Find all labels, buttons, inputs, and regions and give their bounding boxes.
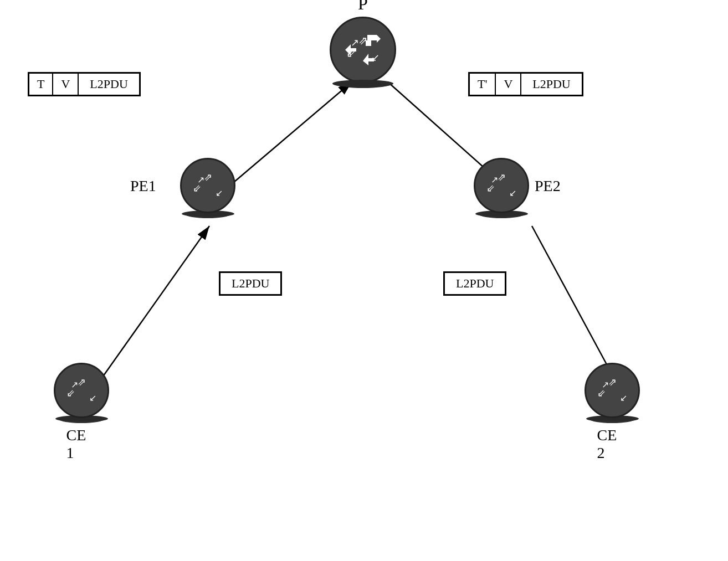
pdu-cell-L2PDU-mid-left: L2PDU <box>220 272 281 295</box>
pdu-cell-L2PDU-mid-right: L2PDU <box>444 272 505 295</box>
router-CE1-label: CE 1 <box>66 426 97 462</box>
svg-text:↙: ↙ <box>89 393 96 403</box>
pdu-box-mid-right: L2PDU <box>443 271 506 296</box>
svg-text:↗: ↗ <box>71 380 78 389</box>
pdu-cell-T: T <box>29 73 53 95</box>
svg-text:↗: ↗ <box>197 175 204 184</box>
router-P-label: P <box>358 0 368 14</box>
svg-text:↗: ↗ <box>602 380 609 389</box>
svg-text:⇗: ⇗ <box>204 172 212 183</box>
pdu-box-left: T V L2PDU <box>28 72 141 96</box>
pdu-cell-L2PDU: L2PDU <box>78 73 139 95</box>
svg-text:⇗: ⇗ <box>608 377 617 388</box>
pdu-cell-V: V <box>53 73 78 95</box>
router-CE1-body: ⇗ ⇙ ↙ ↗ <box>54 363 109 418</box>
svg-text:⇗: ⇗ <box>78 377 86 388</box>
svg-text:↙: ↙ <box>216 188 223 198</box>
svg-text:↗: ↗ <box>351 37 359 48</box>
diagram-container: T V L2PDU T' V L2PDU L2PDU L2PDU P <box>0 0 728 561</box>
router-CE2-label: CE 2 <box>597 426 628 462</box>
pdu-cell-V-right: V <box>495 73 521 95</box>
router-PE1-body: ⇗ ⇙ ↙ ↗ <box>180 158 235 213</box>
svg-text:⇙: ⇙ <box>193 183 201 194</box>
svg-text:⇙: ⇙ <box>597 388 606 399</box>
router-CE2-icon: ⇗ ⇙ ↙ ↗ <box>593 373 632 408</box>
svg-text:⇗: ⇗ <box>358 34 368 47</box>
router-CE2: ⇗ ⇙ ↙ ↗ CE 2 <box>582 363 643 422</box>
svg-text:⇙: ⇙ <box>486 183 495 194</box>
svg-line-2 <box>97 226 209 385</box>
svg-text:⇙: ⇙ <box>346 47 356 59</box>
svg-text:↙: ↙ <box>509 188 516 198</box>
router-PE2-body: ⇗ ⇙ ↙ ↗ <box>474 158 529 213</box>
svg-text:↙: ↙ <box>620 393 627 403</box>
svg-line-3 <box>230 82 352 186</box>
svg-line-5 <box>532 226 618 385</box>
router-CE1-icon: ⇗ ⇙ ↙ ↗ <box>62 373 101 408</box>
pdu-cell-Tprime: T' <box>469 73 495 95</box>
router-PE2-icon: ⇗ ⇙ ↙ ↗ <box>482 168 521 203</box>
router-PE2-label: PE2 <box>535 177 561 195</box>
router-P-icon: ⇗ ⇙ ↙ ↗ <box>341 30 385 69</box>
router-CE1: ⇗ ⇙ ↙ ↗ CE 1 <box>51 363 112 422</box>
svg-text:⇗: ⇗ <box>498 172 506 183</box>
router-CE2-body: ⇗ ⇙ ↙ ↗ <box>585 363 640 418</box>
router-PE1: PE1 ⇗ ⇙ ↙ ↗ <box>177 158 238 217</box>
svg-text:↗: ↗ <box>491 175 498 184</box>
svg-text:⇙: ⇙ <box>66 388 75 399</box>
router-P: P ⇗ ⇙ ↙ ↗ <box>327 17 399 88</box>
pdu-box-mid-left: L2PDU <box>219 271 282 296</box>
router-PE1-label: PE1 <box>130 177 156 195</box>
svg-marker-7 <box>377 35 381 43</box>
pdu-cell-L2PDU-right: L2PDU <box>521 73 582 95</box>
router-P-body: ⇗ ⇙ ↙ ↗ <box>330 17 396 83</box>
router-P-base <box>332 80 393 88</box>
router-PE2: PE2 ⇗ ⇙ ↙ ↗ <box>471 158 532 217</box>
router-PE1-icon: ⇗ ⇙ ↙ ↗ <box>188 168 227 203</box>
svg-text:↙: ↙ <box>371 52 380 63</box>
pdu-box-right: T' V L2PDU <box>468 72 583 96</box>
